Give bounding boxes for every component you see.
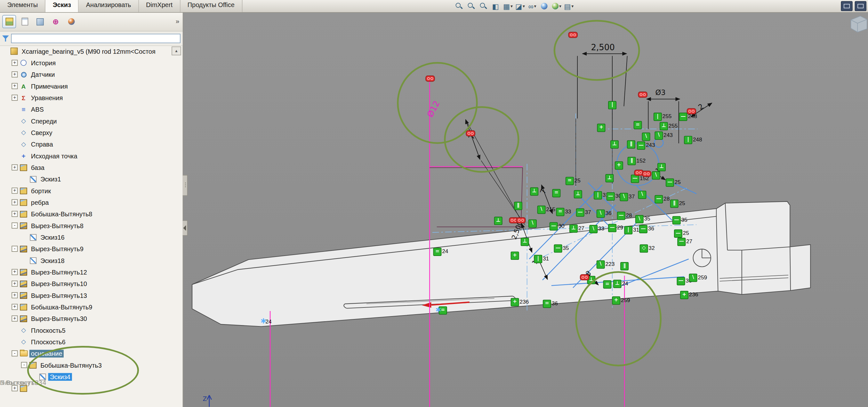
constraint-marker[interactable]: | [608, 101, 616, 109]
tree-item[interactable]: Эскиз16 [0, 231, 183, 243]
apply-scene-icon[interactable]: ▾ [552, 1, 562, 11]
constraint-marker[interactable]: \35 [635, 215, 644, 223]
tree-item[interactable]: + база [0, 162, 183, 173]
constraint-marker[interactable]: —243 [637, 142, 645, 150]
panel-splitter-handle[interactable] [183, 175, 188, 196]
tree-item[interactable]: Исходная точка [0, 150, 183, 162]
constraint-marker[interactable]: —28 [617, 212, 625, 220]
overdefined-relation-icon[interactable] [516, 217, 526, 223]
dimxpertmanager-tab[interactable] [49, 15, 62, 29]
constraint-marker[interactable]: ⊥ [605, 174, 614, 182]
displaymanager-tab[interactable] [64, 15, 78, 29]
zoom-to-fit-icon[interactable] [454, 1, 464, 11]
constraint-marker[interactable]: —30 [607, 192, 615, 200]
constraint-marker[interactable]: —248 [679, 113, 687, 121]
tree-item[interactable]: + Бобышка-Вытянуть8 [0, 208, 183, 219]
constraint-marker[interactable]: —36 [677, 277, 685, 285]
constraint-marker[interactable]: + [615, 161, 623, 169]
tree-item[interactable]: Xcarriage_bearing_v5 (M90 rod 12mm<Состо… [0, 45, 183, 57]
constraint-marker[interactable]: + [511, 251, 519, 260]
constraint-marker[interactable]: =24 [433, 248, 441, 256]
constraint-marker[interactable]: —25 [666, 179, 674, 187]
constraint-marker[interactable]: +236 [680, 291, 688, 299]
constraint-marker[interactable]: \37 [620, 193, 628, 201]
expand-toggle[interactable]: - [21, 362, 27, 368]
overdefined-relation-icon[interactable] [466, 130, 475, 136]
constraint-marker[interactable]: |31 [534, 255, 542, 263]
menu-tab[interactable]: DimXpert [139, 0, 181, 12]
constraint-marker[interactable]: —30 [550, 222, 558, 230]
constraint-marker[interactable]: =33 [556, 208, 564, 216]
overdefined-relation-icon[interactable] [642, 171, 651, 177]
propertymanager-tab[interactable] [18, 15, 31, 29]
menu-tab[interactable]: Анализировать [79, 0, 139, 12]
tree-item[interactable]: + Датчики [0, 68, 183, 80]
expand-toggle[interactable]: + [11, 164, 18, 170]
constraint-marker[interactable]: \243 [654, 131, 663, 140]
constraint-marker[interactable]: |255 [654, 113, 662, 121]
tree-item[interactable]: + бортик [0, 185, 183, 196]
dimension-label[interactable]: Ø3 [655, 88, 666, 97]
configurationmanager-tab[interactable] [33, 15, 47, 29]
featuremanager-tab[interactable] [2, 15, 16, 29]
constraint-marker[interactable]: —27 [677, 238, 686, 246]
constraint-marker[interactable]: —25 [674, 229, 682, 238]
constraint-marker[interactable]: |31 [624, 226, 632, 234]
constraint-marker[interactable]: \ [528, 219, 537, 228]
constraint-marker[interactable]: +236 [511, 298, 519, 306]
tree-scroll-up[interactable]: ▲ [172, 46, 181, 55]
constraint-marker[interactable]: ⊥27 [569, 224, 578, 232]
constraint-marker[interactable]: \36 [597, 210, 605, 218]
constraint-marker[interactable]: ∥ [627, 140, 635, 149]
constraint-marker[interactable]: —36 [639, 225, 648, 233]
constraint-marker[interactable]: \ [642, 132, 650, 141]
tree-item[interactable]: + Бобышка-Вытянуть9 [0, 301, 183, 313]
constraint-marker[interactable]: —35 [673, 216, 681, 224]
tree-item[interactable]: + Вырез-Вытянуть13 [0, 289, 183, 301]
tree-item[interactable]: - Бобышка-Вытянуть3 [0, 359, 183, 371]
tree-item[interactable]: + Вырез-Вытянуть30 [0, 313, 183, 324]
magnified-selection-icon[interactable] [478, 1, 489, 11]
constraint-marker[interactable]: |248 [684, 136, 692, 144]
view-settings-icon[interactable]: ▤▾ [564, 1, 574, 11]
constraint-marker[interactable]: ∗24 [260, 317, 267, 324]
expand-toggle[interactable]: - [11, 350, 18, 356]
tree-item[interactable]: Плоскость5 [0, 324, 183, 336]
constraint-marker[interactable]: ⊥255 [660, 122, 668, 130]
expand-toggle[interactable]: + [11, 188, 18, 194]
overdefined-relation-icon[interactable] [687, 108, 696, 114]
constraint-marker[interactable]: \259 [689, 274, 698, 282]
constraint-marker[interactable]: ◇32 [640, 245, 648, 253]
constraint-marker[interactable]: \223 [597, 260, 605, 269]
hide-show-items-icon[interactable]: ∞▾ [527, 1, 538, 11]
expand-toggle[interactable]: + [11, 95, 18, 101]
expand-toggle[interactable]: + [11, 269, 18, 275]
constraint-marker[interactable]: ⊥ [574, 190, 582, 198]
tree-item[interactable]: Сверху [0, 127, 183, 138]
tree-item[interactable]: + Примечания [0, 80, 183, 92]
constraint-marker[interactable]: —29 [608, 224, 616, 232]
expand-panel-button[interactable] [855, 1, 866, 11]
constraint-marker[interactable]: —28 [654, 195, 663, 204]
expand-toggle[interactable]: + [11, 211, 18, 217]
expand-toggle[interactable]: - [11, 222, 18, 228]
display-style-icon[interactable]: ◪▾ [515, 1, 526, 11]
constraint-marker[interactable]: = [603, 280, 611, 289]
menu-tab[interactable]: Элементы [0, 0, 45, 12]
expand-toggle[interactable]: + [11, 83, 18, 89]
constraint-marker[interactable]: ⊥ [530, 187, 538, 195]
constraint-marker[interactable]: = [634, 121, 642, 129]
overdefined-relation-icon[interactable] [568, 32, 578, 38]
constraint-marker[interactable]: \215 [537, 206, 546, 214]
filter-input[interactable] [11, 34, 181, 43]
tree-item[interactable]: Спереди [0, 115, 183, 127]
tree-item[interactable]: - Вырез-Вытянуть8 [0, 220, 183, 231]
constraint-marker[interactable]: —35 [554, 245, 562, 253]
constraint-marker[interactable]: \33 [589, 225, 597, 233]
tree-item[interactable]: Плоскость6 [0, 336, 183, 347]
tree-item[interactable]: Эскиз18 [0, 255, 183, 266]
tree-item[interactable]: - основание [0, 347, 183, 359]
overdefined-relation-icon[interactable] [425, 75, 435, 82]
overdefined-relation-icon[interactable] [580, 274, 589, 280]
tree-item[interactable]: - Вырез-Вытянуть9 [0, 243, 183, 254]
